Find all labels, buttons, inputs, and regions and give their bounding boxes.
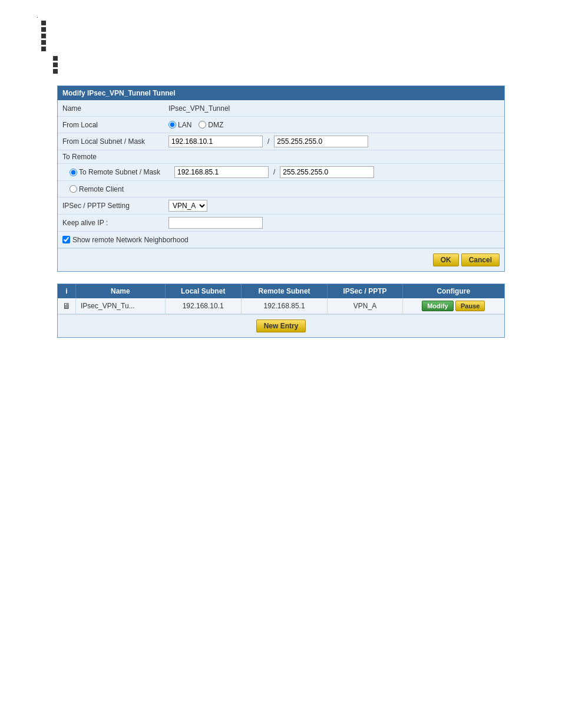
form-row-show-network: Show remote Network Neighborhood (58, 232, 504, 248)
from-local-radio-group: LAN DMZ (168, 121, 223, 129)
subnet-mask-label: From Local Subnet / Mask (58, 135, 164, 148)
row-name: IPsec_VPN_Tu... (81, 302, 135, 310)
computer-icon: 🖥 (62, 301, 71, 311)
bullet-dot: . (37, 12, 544, 19)
remote-client-radio[interactable] (70, 185, 77, 193)
row-local-subnet: 192.168.10.1 (183, 302, 224, 310)
col-header-configure: Configure (402, 284, 504, 298)
bullet-item-3 (41, 34, 544, 38)
slash-separator: / (267, 137, 269, 146)
to-remote-subnet-radio[interactable] (70, 169, 77, 176)
bullet-section: . (18, 12, 544, 74)
bullet-item-8 (53, 69, 544, 74)
name-label: Name (58, 102, 164, 115)
to-remote-label: To Remote (62, 153, 97, 161)
bullet-square-7 (53, 62, 58, 67)
bullet-square-1 (41, 21, 46, 25)
table-body: 🖥 IPsec_VPN_Tu... 192.168.10.1 192.168.8… (58, 298, 504, 314)
show-network-value: Show remote Network Neighborhood (58, 233, 504, 246)
to-remote-header: To Remote (58, 150, 504, 164)
col-header-remote-subnet: Remote Subnet (241, 284, 328, 298)
name-text: IPsec_VPN_Tunnel (168, 104, 230, 113)
bullet-item-1 (41, 21, 544, 25)
show-network-checkbox-label[interactable]: Show remote Network Neighborhood (62, 236, 189, 244)
keep-alive-input[interactable] (168, 217, 263, 229)
from-local-subnet-input[interactable] (168, 136, 263, 147)
to-remote-subnet-radio-label[interactable]: To Remote Subnet / Mask (70, 168, 170, 176)
name-value: IPsec_VPN_Tunnel (164, 102, 504, 115)
form-row-ipsec: IPSec / PPTP Setting VPN_A VPN_B (58, 197, 504, 215)
to-remote-slash: / (273, 168, 275, 176)
form-buttons: OK Cancel (58, 248, 504, 271)
keep-alive-label: Keep alive IP : (58, 216, 164, 229)
data-table: i Name Local Subnet Remote Subnet IPSec … (58, 284, 504, 314)
bullet-item-5 (41, 47, 544, 51)
from-local-value: LAN DMZ (164, 118, 504, 131)
ipsec-select[interactable]: VPN_A VPN_B (168, 200, 207, 212)
keep-alive-value (164, 215, 504, 231)
new-entry-row: New Entry (58, 314, 504, 337)
bullet-item-7 (53, 62, 544, 67)
to-remote-subnet-label: To Remote Subnet / Mask (79, 168, 160, 176)
dmz-label: DMZ (208, 121, 223, 129)
table-row: 🖥 IPsec_VPN_Tu... 192.168.10.1 192.168.8… (58, 298, 504, 314)
bullet-square-4 (41, 40, 46, 45)
row-configure-cell: Modify Pause (402, 298, 504, 314)
subnet-mask-value: / (164, 133, 504, 150)
form-row-subnet-mask: From Local Subnet / Mask / (58, 133, 504, 150)
form-panel-header: Modify IPsec_VPN_Tunnel Tunnel (58, 86, 504, 100)
page-wrapper: . (0, 0, 562, 361)
modify-button[interactable]: Modify (422, 301, 453, 311)
row-remote-subnet: 192.168.85.1 (264, 302, 305, 310)
row-icon-cell: 🖥 (58, 298, 76, 314)
row-local-subnet-cell: 192.168.10.1 (165, 298, 241, 314)
new-entry-button[interactable]: New Entry (256, 319, 306, 332)
row-ipsec: VPN_A (353, 302, 376, 310)
from-local-label: From Local (58, 118, 164, 131)
ipsec-label: IPSec / PPTP Setting (58, 199, 164, 212)
row-remote-subnet-cell: 192.168.85.1 (241, 298, 328, 314)
lan-radio[interactable] (168, 121, 176, 129)
dmz-radio-label[interactable]: DMZ (199, 121, 223, 129)
remote-client-radio-label[interactable]: Remote Client (70, 185, 124, 193)
bullet-item-2 (41, 27, 544, 32)
bullet-square-5 (41, 47, 46, 51)
modify-form-panel: Modify IPsec_VPN_Tunnel Tunnel Name IPse… (57, 85, 505, 272)
form-row-name: Name IPsec_VPN_Tunnel (58, 100, 504, 117)
show-network-label: Show remote Network Neighborhood (72, 236, 189, 244)
col-header-i: i (58, 284, 76, 298)
bullet-square-3 (41, 34, 46, 38)
form-row-keep-alive: Keep alive IP : (58, 215, 504, 232)
lan-label: LAN (178, 121, 191, 129)
row-ipsec-cell: VPN_A (328, 298, 402, 314)
table-header-row: i Name Local Subnet Remote Subnet IPSec … (58, 284, 504, 298)
bullet-item-6 (53, 56, 544, 61)
table-head: i Name Local Subnet Remote Subnet IPSec … (58, 284, 504, 298)
form-row-to-remote-subnet: To Remote Subnet / Mask / (58, 164, 504, 181)
dmz-radio[interactable] (199, 121, 206, 129)
bullet-item-4 (41, 40, 544, 45)
bullet-square-8 (53, 69, 58, 74)
col-header-ipsec: IPSec / PPTP (328, 284, 402, 298)
form-title: Modify IPsec_VPN_Tunnel Tunnel (62, 89, 176, 97)
cancel-button[interactable]: Cancel (461, 253, 500, 266)
from-local-mask-input[interactable] (274, 136, 368, 147)
table-panel: i Name Local Subnet Remote Subnet IPSec … (57, 284, 505, 338)
remote-client-label: Remote Client (79, 185, 124, 193)
col-header-local-subnet: Local Subnet (165, 284, 241, 298)
lan-radio-label[interactable]: LAN (168, 121, 191, 129)
form-row-from-local: From Local LAN DMZ (58, 117, 504, 133)
col-header-name: Name (76, 284, 166, 298)
to-remote-subnet-input[interactable] (174, 166, 269, 178)
bullet-square-6 (53, 56, 58, 61)
show-network-checkbox[interactable] (62, 236, 70, 243)
ok-button[interactable]: OK (433, 253, 459, 266)
ipsec-value: VPN_A VPN_B (164, 197, 504, 214)
to-remote-mask-input[interactable] (280, 166, 374, 178)
row-name-cell: IPsec_VPN_Tu... (76, 298, 166, 314)
pause-button[interactable]: Pause (455, 301, 485, 311)
form-row-remote-client: Remote Client (58, 181, 504, 197)
bullet-square-2 (41, 27, 46, 32)
